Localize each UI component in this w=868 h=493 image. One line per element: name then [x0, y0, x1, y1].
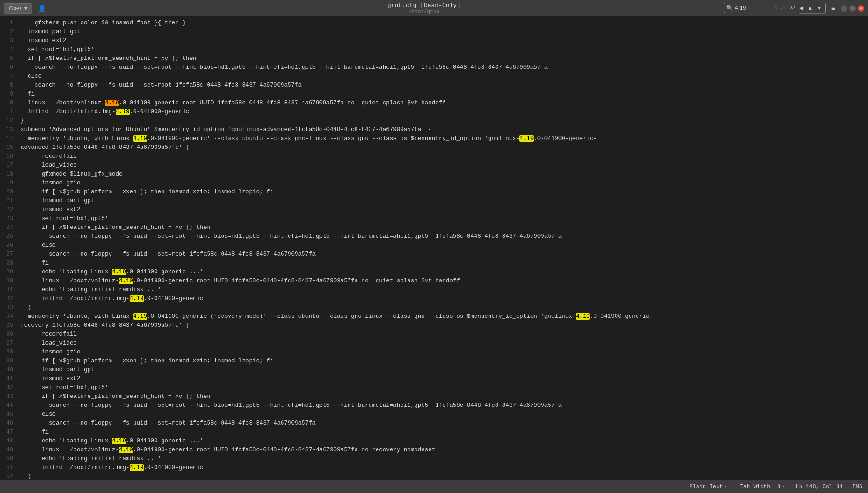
- search-highlight: 4.19: [130, 295, 144, 302]
- line-content: menuentry 'Ubuntu, with Linux 4.19.0-041…: [19, 134, 597, 143]
- line-number: 15: [0, 143, 19, 152]
- table-row: 39 if [ x$grub_platform = xxen ]; then i…: [0, 357, 868, 366]
- line-content: insmod gzio: [19, 348, 81, 357]
- line-content: if [ x$feature_platform_search_hint = xy…: [19, 392, 210, 401]
- search-highlight: 4.19: [133, 313, 147, 320]
- line-content: recordfail: [19, 330, 77, 339]
- line-content: insmod part_gpt: [19, 366, 95, 375]
- table-row: 45 else: [0, 410, 868, 419]
- line-content: else: [19, 410, 56, 419]
- table-row: 38 insmod gzio: [0, 348, 868, 357]
- line-content: initrd /boot/initrd.img-4.19.0-041900-ge…: [19, 294, 203, 303]
- tab-width-selector[interactable]: Tab Width: 8 ▾: [738, 483, 786, 491]
- table-row: 2 insmod part_gpt: [0, 28, 868, 37]
- close-button[interactable]: ✕: [858, 5, 864, 12]
- statusbar: Plain Text ▾ Tab Width: 8 ▾ Ln 148, Col …: [0, 480, 868, 493]
- line-number: 37: [0, 339, 19, 348]
- table-row: 3 insmod ext2: [0, 37, 868, 45]
- search-input[interactable]: [735, 5, 772, 11]
- maximize-button[interactable]: □: [849, 5, 856, 12]
- search-next-button[interactable]: ▲: [806, 4, 814, 12]
- line-content: insmod ext2: [19, 37, 67, 45]
- table-row: 25 search --no-floppy --fs-uuid --set=ro…: [0, 232, 868, 241]
- menu-button[interactable]: ≡: [829, 3, 838, 14]
- table-row: 40 insmod part_gpt: [0, 366, 868, 375]
- line-number: 24: [0, 223, 19, 232]
- line-content: }: [19, 117, 24, 125]
- table-row: 6 search --no-floppy --fs-uuid --set=roo…: [0, 63, 868, 72]
- line-number: 11: [0, 108, 19, 117]
- line-number: 34: [0, 312, 19, 321]
- line-number: 32: [0, 294, 19, 303]
- line-content: linux /boot/vmlinuz-4.19.0-041900-generi…: [19, 277, 460, 286]
- line-content: insmod ext2: [19, 206, 81, 214]
- table-row: 28 fi: [0, 259, 868, 268]
- open-button[interactable]: Open ▾: [4, 3, 32, 14]
- table-row: 49 linux /boot/vmlinuz-4.19.0-041900-gen…: [0, 446, 868, 455]
- table-row: 30 linux /boot/vmlinuz-4.19.0-041900-gen…: [0, 277, 868, 286]
- table-row: 44 search --no-floppy --fs-uuid --set=ro…: [0, 401, 868, 410]
- line-content: submenu 'Advanced options for Ubuntu' $m…: [19, 125, 432, 134]
- search-icon: 🔍: [726, 5, 733, 12]
- line-content: gfxmode $linux_gfx_mode: [19, 170, 123, 179]
- titlebar-right: 🔍 1 of 32 ◀ ▲ ▼ Save ≡ — □ ✕: [799, 3, 864, 14]
- line-content: insmod part_gpt: [19, 197, 95, 206]
- table-row: 29 echo 'Loading Linux 4.19.0-041900-gen…: [0, 268, 868, 277]
- line-number: 31: [0, 286, 19, 294]
- line-number: 20: [0, 188, 19, 197]
- search-bar: 🔍 1 of 32 ◀ ▲ ▼: [724, 3, 826, 13]
- minimize-button[interactable]: —: [841, 5, 847, 12]
- plain-text-selector[interactable]: Plain Text ▾: [687, 483, 728, 491]
- line-content: if [ x$grub_platform = xxen ]; then insm…: [19, 188, 274, 197]
- line-content: menuentry 'Ubuntu, with Linux 4.19.0-041…: [19, 312, 653, 321]
- line-content: linux /boot/vmlinuz-4.19.0-041900-generi…: [19, 446, 435, 455]
- open-label: Open: [9, 5, 22, 12]
- table-row: 9 fi: [0, 90, 868, 99]
- table-row: 13submenu 'Advanced options for Ubuntu' …: [0, 125, 868, 134]
- file-title: grub.cfg [Read-Only]: [387, 2, 460, 9]
- window-controls: — □ ✕: [841, 5, 864, 12]
- line-content: recordfail: [19, 152, 77, 161]
- line-content: linux /boot/vmlinuz-4.19.0-041900-generi…: [19, 99, 446, 108]
- code-editor[interactable]: 1 gfxterm_push_color && insmod font }{ t…: [0, 17, 868, 480]
- line-content: initrd /boot/initrd.img-4.19.0-041900-ge…: [19, 464, 203, 472]
- table-row: 43 if [ x$feature_platform_search_hint =…: [0, 392, 868, 401]
- line-content: search --no-floppy --fs-uuid --set=root …: [19, 81, 302, 90]
- table-row: 35recovery-1fcfa58c-0448-4fc8-8437-4a679…: [0, 321, 868, 330]
- table-row: 51 initrd /boot/initrd.img-4.19.0-041900…: [0, 464, 868, 472]
- user-icon-button[interactable]: 👤: [35, 3, 49, 14]
- line-content: fi: [19, 259, 49, 268]
- search-highlight: 4.19: [112, 438, 126, 444]
- table-row: 42 set root='hd1,gpt5': [0, 383, 868, 392]
- line-number: 16: [0, 152, 19, 161]
- line-number: 8: [0, 81, 19, 90]
- line-content: fi: [19, 428, 49, 437]
- line-number: 7: [0, 72, 19, 81]
- table-row: 52 }: [0, 472, 868, 480]
- line-content: search --no-floppy --fs-uuid --set=root …: [19, 419, 316, 428]
- line-content: set root='hd1,gpt5': [19, 383, 109, 392]
- open-chevron-icon: ▾: [24, 5, 27, 12]
- search-prev-button[interactable]: ◀: [798, 4, 805, 12]
- table-row: 11 initrd /boot/initrd.img-4.19.0-041900…: [0, 108, 868, 117]
- line-number: 30: [0, 277, 19, 286]
- table-row: 33 }: [0, 303, 868, 312]
- ins-mode: INS: [852, 484, 862, 490]
- tab-width-chevron-icon: ▾: [782, 484, 784, 489]
- line-content: }: [19, 303, 31, 312]
- line-content: advanced-1fcfa58c-0448-4fc8-8437-4a67909…: [19, 143, 189, 152]
- line-number: 2: [0, 28, 19, 37]
- table-row: 31 echo 'Loading initial ramdisk ...': [0, 286, 868, 294]
- titlebar-center: grub.cfg [Read-Only] /boot/grub: [387, 2, 460, 15]
- line-number: 28: [0, 259, 19, 268]
- line-content: if [ x$feature_platform_search_hint = xy…: [19, 54, 196, 63]
- position-label: Ln 148, Col 31: [796, 484, 843, 490]
- line-number: 3: [0, 37, 19, 45]
- line-number: 29: [0, 268, 19, 277]
- search-highlight: 4.19: [119, 278, 133, 284]
- search-next-down-button[interactable]: ▼: [815, 4, 823, 12]
- line-number: 45: [0, 410, 19, 419]
- table-row: 22 insmod ext2: [0, 206, 868, 214]
- search-navigation: ◀ ▲ ▼: [798, 4, 823, 12]
- line-content: insmod ext2: [19, 375, 81, 383]
